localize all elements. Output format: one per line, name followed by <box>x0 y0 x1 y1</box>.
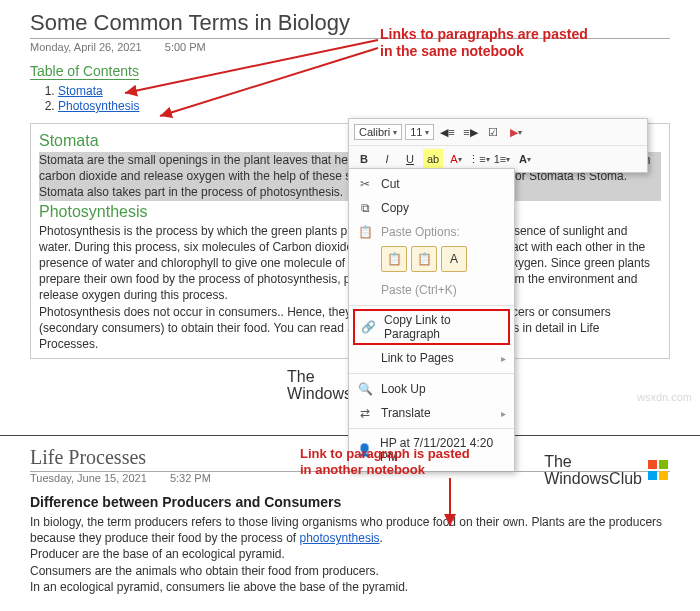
svg-rect-7 <box>648 460 657 469</box>
link-icon: 🔗 <box>361 320 376 334</box>
body-line: Consumers are the animals who obtain the… <box>30 564 379 578</box>
subheading: Difference between Producers and Consume… <box>30 494 670 510</box>
copy-icon: ⧉ <box>357 200 373 216</box>
toc-list: Stomata Photosynthesis <box>58 84 670 113</box>
menu-cut[interactable]: ✂Cut <box>349 172 514 196</box>
lookup-icon: 🔍 <box>357 381 373 397</box>
menu-copy[interactable]: ⧉Copy <box>349 196 514 220</box>
outdent-button[interactable]: ◀≡ <box>437 122 457 142</box>
paste-text-only[interactable]: A <box>441 246 467 272</box>
underline-button[interactable]: U <box>400 149 420 169</box>
numbering-button[interactable]: 1≡▾ <box>492 149 512 169</box>
bold-button[interactable]: B <box>354 149 374 169</box>
page2-body: In biology, the term producers refers to… <box>30 514 670 595</box>
svg-rect-8 <box>659 460 668 469</box>
date: Monday, April 26, 2021 <box>30 41 142 53</box>
annotation-toc: Links to paragraphs are pasted in the sa… <box>380 26 588 60</box>
indent-button[interactable]: ≡▶ <box>460 122 480 142</box>
svg-rect-10 <box>659 471 668 480</box>
tags-button[interactable]: ▶▾ <box>506 122 526 142</box>
paste-merge-formatting[interactable]: 📋 <box>411 246 437 272</box>
font-family-select[interactable]: Calibri▾ <box>354 124 402 140</box>
cut-icon: ✂ <box>357 176 373 192</box>
svg-rect-9 <box>648 471 657 480</box>
menu-link-to-pages[interactable]: Link to Pages▸ <box>349 346 514 370</box>
paste-options-row: 📋 📋 A <box>349 244 514 278</box>
paste-icon: 📋 <box>357 224 373 240</box>
toc-link-stomata[interactable]: Stomata <box>58 84 103 98</box>
date: Tuesday, June 15, 2021 <box>30 472 147 484</box>
italic-button[interactable]: I <box>377 149 397 169</box>
todo-tag-button[interactable]: ☑ <box>483 122 503 142</box>
body-line: In an ecological pyramid, consumers lie … <box>30 580 408 594</box>
windowsclub-logo: TheWindowsClub <box>544 454 670 488</box>
context-menu: ✂Cut ⧉Copy 📋Paste Options: 📋 📋 A Paste (… <box>348 168 515 472</box>
time: 5:00 PM <box>165 41 206 53</box>
paste-keep-formatting[interactable]: 📋 <box>381 246 407 272</box>
link-photosynthesis[interactable]: photosynthesis <box>300 531 380 545</box>
font-color-button[interactable]: A▾ <box>446 149 466 169</box>
menu-translate[interactable]: ⇄Translate▸ <box>349 401 514 425</box>
windows-flag-icon <box>648 460 670 482</box>
list-item: Stomata <box>58 84 670 98</box>
list-item: Photosynthesis <box>58 99 670 113</box>
styles-button[interactable]: A▾ <box>515 149 535 169</box>
time: 5:32 PM <box>170 472 211 484</box>
menu-paste-options-label: 📋Paste Options: <box>349 220 514 244</box>
menu-copy-link-to-paragraph[interactable]: 🔗Copy Link to Paragraph <box>353 309 510 345</box>
body-line: Producer are the base of an ecological p… <box>30 547 285 561</box>
highlight-button[interactable]: ab <box>423 149 443 169</box>
watermark: wsxdn.com <box>637 391 692 403</box>
bullets-button[interactable]: ⋮≡▾ <box>469 149 489 169</box>
menu-paste[interactable]: Paste (Ctrl+K) <box>349 278 514 302</box>
toc-link-photosynthesis[interactable]: Photosynthesis <box>58 99 139 113</box>
annotation-page2: Link to paragraph is pasted in another n… <box>300 446 470 477</box>
mini-toolbar: Calibri▾ 11▾ ◀≡ ≡▶ ☑ ▶▾ B I U ab A▾ ⋮≡▾ … <box>348 118 648 173</box>
translate-icon: ⇄ <box>357 405 373 421</box>
font-size-select[interactable]: 11▾ <box>405 124 434 140</box>
toc-heading: Table of Contents <box>30 63 139 80</box>
menu-look-up[interactable]: 🔍Look Up <box>349 377 514 401</box>
